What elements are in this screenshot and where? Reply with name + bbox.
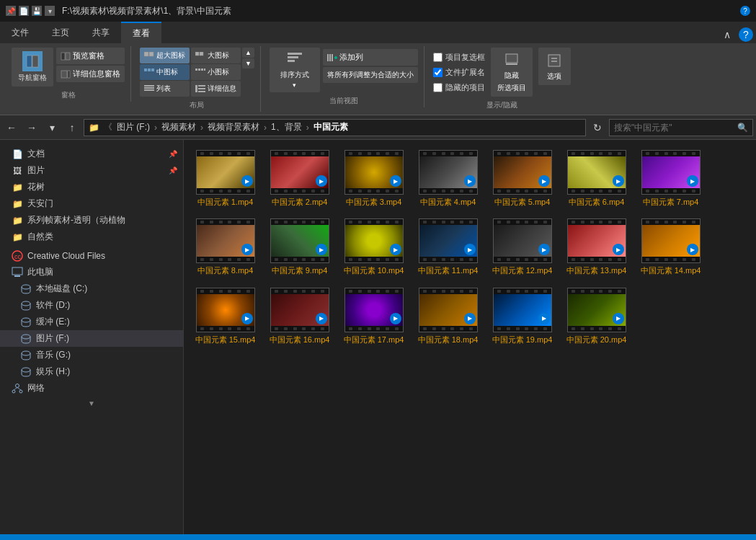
sidebar-item-tiananmen[interactable]: 📁 天安门 [0,195,183,212]
details-btn[interactable]: 详细信息 [191,81,241,97]
file-name-2: 中国元素 2.mp4 [272,197,328,207]
doc-icon: 📄 [19,6,29,16]
breadcrumb-4[interactable]: 中国元素 [313,121,348,133]
hidden-items-toggle[interactable]: 隐藏的项目 [433,81,485,94]
file-item-6[interactable]: ▶中国元素 6.mp4 [562,147,631,210]
refresh-btn[interactable]: ↻ [589,119,606,136]
sidebar-item-local-c[interactable]: 本地磁盘 (C:) [0,280,183,297]
svg-rect-39 [12,267,22,275]
breadcrumb-3[interactable]: 1、背景 [271,121,302,133]
file-item-4[interactable]: ▶中国元素 4.mp4 [414,147,482,210]
add-column-btn[interactable]: 添加列 [323,49,418,66]
collapse-ribbon-btn[interactable]: ∧ [719,26,736,43]
extra-large-icon-btn[interactable]: 超大图标 [140,48,190,63]
file-item-16[interactable]: ▶中国元素 16.mp4 [265,285,334,348]
breadcrumb-1[interactable]: 视频素材 [161,121,196,133]
titlebar-path: F:\视频素材\视频背景素材\1、背景\中国元素 [62,5,231,17]
file-item-14[interactable]: ▶中国元素 14.mp4 [636,216,705,278]
hidden-items-input[interactable] [433,83,443,92]
sidebar-item-entertainment-h[interactable]: 娱乐 (H:) [0,363,183,380]
file-item-18[interactable]: ▶中国元素 18.mp4 [414,285,482,348]
small-icon-btn[interactable]: 小图标 [191,64,241,80]
play-badge-4: ▶ [464,175,476,187]
ribbon-group-current-view: 排序方式 ▾ 添加列 将所有列调整为合适的大小 当前视图 [264,46,424,107]
sidebar-item-cc[interactable]: cc Creative Cloud Files [0,248,183,264]
large-icon-btn[interactable]: 大图标 [191,48,241,63]
file-ext-toggle[interactable]: 文件扩展名 [433,66,485,79]
item-checkbox-toggle[interactable]: 项目复选框 [433,50,485,64]
sidebar-item-ziran[interactable]: 📁 自然类 [0,229,183,245]
sidebar-item-thispc[interactable]: 此电脑 [0,264,183,280]
svg-rect-28 [329,54,331,61]
tab-home[interactable]: 主页 [40,22,81,43]
file-item-9[interactable]: ▶中国元素 9.mp4 [265,216,334,278]
sidebar-item-documents[interactable]: 📄 文档 📌 [0,146,183,162]
play-badge-11: ▶ [464,244,476,255]
svg-rect-3 [66,53,70,60]
sidebar-item-buffer-e[interactable]: 缓冲 (E:) [0,314,183,330]
file-item-12[interactable]: ▶中国元素 12.mp4 [488,216,556,278]
file-grid: ▶中国元素 1.mp4▶中国元素 2.mp4▶中国元素 3.mp4▶中国元素 4… [184,140,756,534]
preview-pane-btn[interactable]: 预览窗格 [56,48,125,64]
file-item-7[interactable]: ▶中国元素 7.mp4 [636,147,705,210]
file-item-1[interactable]: ▶中国元素 1.mp4 [191,147,259,210]
file-item-20[interactable]: ▶中国元素 20.mp4 [562,285,631,348]
sidebar-item-network[interactable]: 网络 [0,380,183,397]
tab-file[interactable]: 文件 [0,22,40,43]
drive-g-icon [20,350,32,361]
file-item-5[interactable]: ▶中国元素 5.mp4 [488,147,556,210]
file-item-8[interactable]: ▶中国元素 8.mp4 [191,216,259,278]
adjust-columns-btn[interactable]: 将所有列调整为合适的大小 [323,67,418,83]
svg-rect-8 [144,68,147,71]
svg-rect-7 [149,52,154,56]
layout-scroll-up[interactable]: ▲ [242,48,254,58]
tab-view[interactable]: 查看 [121,22,161,43]
nav-pane-btn[interactable]: 导航窗格 [12,48,53,87]
panes-label: 窗格 [61,89,76,100]
list-btn[interactable]: 列表 [140,81,190,97]
file-item-2[interactable]: ▶中国元素 2.mp4 [265,147,334,210]
file-name-20: 中国元素 20.mp4 [566,335,627,345]
file-item-17[interactable]: ▶中国元素 17.mp4 [339,285,408,348]
svg-rect-22 [198,88,205,89]
file-item-19[interactable]: ▶中国元素 19.mp4 [488,285,556,348]
file-item-3[interactable]: ▶中国元素 3.mp4 [339,147,408,210]
sidebar-item-software-d[interactable]: 软件 (D:) [0,297,183,314]
medium-icon-btn[interactable]: 中图标 [140,64,190,80]
search-box[interactable]: 🔍 [609,119,753,136]
options-btn[interactable]: 选项 [538,48,571,85]
breadcrumb-0[interactable]: 图片 (F:) [117,121,150,133]
help-btn[interactable]: ? [740,6,750,16]
hide-selected-btn[interactable]: 隐藏 所选项目 [491,48,533,97]
svg-rect-19 [204,68,205,71]
sort-btn[interactable]: 排序方式 ▾ [270,48,320,92]
item-checkbox-input[interactable] [433,53,443,62]
layout-scroll-down[interactable]: ▼ [242,58,254,68]
sidebar-item-pictures-f[interactable]: 图片 (F:) [0,330,183,347]
tab-share[interactable]: 共享 [81,22,121,43]
recent-locations-btn[interactable]: ▾ [43,119,61,136]
file-item-15[interactable]: ▶中国元素 15.mp4 [191,285,259,348]
details-pane-btn[interactable]: 详细信息窗格 [56,66,125,82]
sidebar-item-music-g[interactable]: 音乐 (G:) [0,347,183,363]
back-btn[interactable]: ← [3,119,20,136]
help-ribbon-btn[interactable]: ? [739,27,753,42]
file-item-10[interactable]: ▶中国元素 10.mp4 [339,216,408,278]
show-hide-label: 显示/隐藏 [486,99,517,110]
search-input[interactable] [614,123,737,133]
file-ext-input[interactable] [433,68,443,77]
play-badge-9: ▶ [316,244,327,255]
forward-btn[interactable]: → [23,119,40,136]
sidebar-item-huashu[interactable]: 📁 花树 [0,179,183,195]
address-bar[interactable]: 📁 《 图片 (F:) › 视频素材 › 视频背景素材 › 1、背景 › 中国元… [84,119,586,136]
up-btn[interactable]: ↑ [63,119,81,136]
sidebar-item-pictures[interactable]: 🖼 图片 📌 [0,162,183,179]
file-item-13[interactable]: ▶中国元素 13.mp4 [562,216,631,278]
folder-icon-liepian: 📁 [12,215,23,226]
svg-rect-26 [288,60,295,62]
svg-rect-34 [548,55,560,66]
breadcrumb-2[interactable]: 视频背景素材 [208,121,259,133]
file-item-11[interactable]: ▶中国元素 11.mp4 [414,216,482,278]
play-badge-7: ▶ [687,175,698,187]
sidebar-item-liepian[interactable]: 📁 系列帧素材-透明（动植物 [0,212,183,229]
